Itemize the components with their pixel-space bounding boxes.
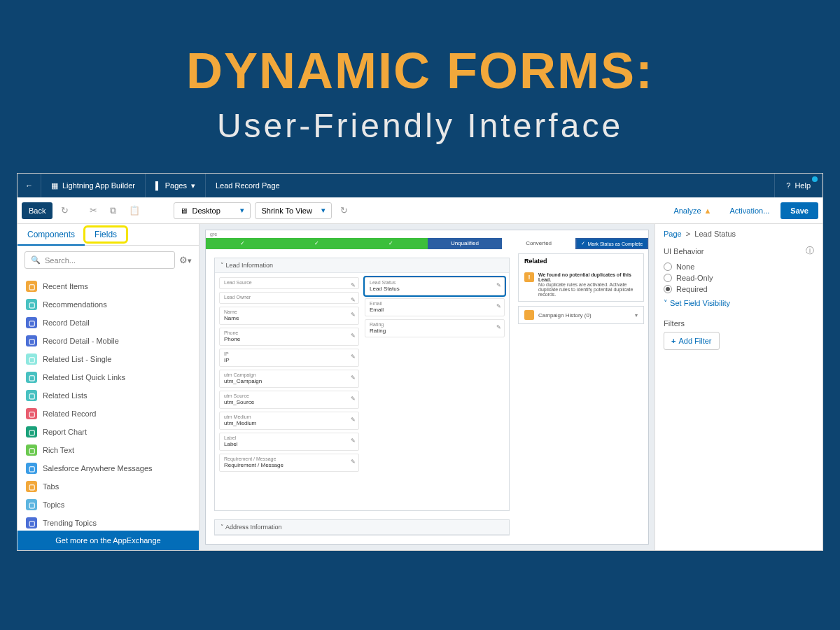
field[interactable]: PhonePhone✎ (219, 328, 359, 346)
field[interactable]: utm Mediumutm_Medium✎ (219, 412, 359, 430)
path-step[interactable]: ✓ (206, 238, 280, 249)
analyze-button[interactable]: Analyze ▲ (666, 202, 718, 219)
cut-icon[interactable]: ✂ (85, 202, 102, 218)
pencil-icon[interactable]: ✎ (351, 282, 356, 288)
paste-icon[interactable]: 📋 (125, 202, 144, 218)
path-step[interactable]: Converted (502, 238, 576, 249)
section-header[interactable]: Lead Information (215, 258, 509, 273)
pencil-icon[interactable]: ✎ (351, 374, 356, 381)
component-item[interactable]: ▢Report Chart (22, 423, 195, 441)
field[interactable]: LabelLabel✎ (219, 433, 359, 451)
component-item[interactable]: ▢Related List - Single (22, 350, 195, 368)
section-header[interactable]: Address Information (215, 520, 509, 535)
help-button[interactable]: ? Help (775, 174, 822, 197)
canvas[interactable]: gre ✓ ✓ ✓ Unqualified Converted ✓ Mark S… (200, 224, 654, 550)
copy-icon[interactable]: ⧉ (106, 202, 120, 219)
pencil-icon[interactable]: ✎ (351, 297, 356, 303)
component-icon: ▢ (26, 281, 37, 292)
field[interactable]: Lead Source✎ (219, 277, 359, 289)
component-icon: ▢ (26, 499, 37, 510)
pages-dropdown[interactable]: ▌ Pages ▾ (146, 174, 206, 197)
field[interactable]: RatingRating✎ (365, 319, 505, 337)
component-item[interactable]: ▢Related List Quick Links (22, 368, 195, 386)
chevron-down-icon[interactable]: ▾ (635, 312, 638, 318)
page-icon: ▌ (155, 181, 161, 190)
refresh-icon[interactable]: ↻ (336, 202, 352, 218)
tab-components[interactable]: Components (18, 224, 85, 245)
field-value: Label (224, 440, 354, 448)
info-icon[interactable]: ⓘ (806, 245, 814, 257)
nav-back-button[interactable]: ← (18, 174, 41, 197)
appexchange-link[interactable]: Get more on the AppExchange (18, 531, 199, 550)
radio-option[interactable]: None (664, 261, 814, 272)
add-filter-label: Add Filter (678, 337, 711, 345)
component-label: Related List Quick Links (43, 373, 125, 382)
related-card[interactable]: Related ! We found no potential duplicat… (518, 253, 644, 302)
pencil-icon[interactable]: ✎ (351, 458, 356, 465)
crumb-page-link[interactable]: Page (664, 230, 682, 238)
redo-icon[interactable]: ↻ (57, 202, 73, 218)
field[interactable]: Requirement / MessageRequirement / Messa… (219, 454, 359, 472)
app-name[interactable]: ▦ Lightning App Builder (41, 174, 146, 197)
save-button[interactable]: Save (780, 202, 818, 219)
component-icon: ▢ (26, 408, 37, 419)
radio-label: Read-Only (676, 274, 713, 282)
campaign-history-card[interactable]: Campaign History (0) ▾ (518, 306, 644, 324)
field-value: utm_Source (224, 398, 354, 406)
gear-icon[interactable]: ⚙▾ (179, 255, 192, 265)
desktop-icon: 🖥 (180, 206, 188, 215)
component-item[interactable]: ▢Record Detail (22, 314, 195, 332)
zoom-select[interactable]: Shrink To View (255, 202, 332, 219)
pencil-icon[interactable]: ✎ (351, 354, 356, 360)
component-list[interactable]: ▢Recent Items▢Recommendations▢Record Det… (18, 274, 199, 531)
pencil-icon[interactable]: ✎ (496, 282, 501, 288)
page-title-label: Lead Record Page (216, 181, 280, 190)
component-item[interactable]: ▢Related Lists (22, 386, 195, 405)
path-step-current[interactable]: Unqualified (428, 238, 502, 249)
path-component[interactable]: ✓ ✓ ✓ Unqualified Converted ✓ Mark Statu… (206, 238, 648, 249)
pencil-icon[interactable]: ✎ (351, 416, 356, 423)
address-section[interactable]: Address Information (214, 519, 510, 536)
pencil-icon[interactable]: ✎ (496, 324, 501, 330)
component-item[interactable]: ▢Related Record (22, 405, 195, 423)
field[interactable]: Lead StatusLead Status✎ (365, 277, 505, 295)
field-label: Lead Owner (224, 295, 354, 300)
lead-info-section[interactable]: Lead Information Lead Source✎Lead Owner✎… (214, 258, 510, 511)
component-label: Recommendations (43, 300, 107, 309)
radio-option[interactable]: Required (664, 284, 814, 295)
field[interactable]: utm Campaignutm_Campaign✎ (219, 370, 359, 388)
search-input[interactable]: 🔍 Search... (24, 251, 175, 269)
field[interactable]: IPIP✎ (219, 349, 359, 367)
component-item[interactable]: ▢Record Detail - Mobile (22, 332, 195, 350)
add-filter-button[interactable]: + Add Filter (664, 332, 720, 350)
set-field-visibility[interactable]: Set Field Visibility (664, 295, 814, 312)
pencil-icon[interactable]: ✎ (496, 303, 501, 309)
component-item[interactable]: ▢Salesforce Anywhere Messages (22, 459, 195, 477)
field-label: utm Campaign (224, 372, 354, 377)
back-button[interactable]: Back (22, 202, 52, 219)
component-item[interactable]: ▢Recommendations (22, 295, 195, 314)
field[interactable]: utm Sourceutm_Source✎ (219, 391, 359, 409)
device-select[interactable]: 🖥 Desktop (174, 202, 251, 219)
radio-icon (664, 285, 672, 293)
field[interactable]: EmailEmail✎ (365, 298, 505, 316)
component-item[interactable]: ▢Recent Items (22, 277, 195, 295)
pencil-icon[interactable]: ✎ (351, 332, 356, 339)
pencil-icon[interactable]: ✎ (351, 438, 356, 444)
tab-fields[interactable]: Fields (85, 224, 127, 245)
field[interactable]: NameName✎ (219, 307, 359, 325)
field[interactable]: Lead Owner✎ (219, 292, 359, 304)
pencil-icon[interactable]: ✎ (351, 396, 356, 402)
mark-complete-button[interactable]: ✓ Mark Status as Complete (577, 239, 647, 248)
component-item[interactable]: ▢Topics (22, 496, 195, 514)
activation-button[interactable]: Activation... (722, 202, 776, 219)
radio-option[interactable]: Read-Only (664, 272, 814, 284)
path-step[interactable]: ✓ (354, 238, 428, 249)
component-item[interactable]: ▢Tabs (22, 477, 195, 496)
field-value: Name (224, 314, 354, 322)
pencil-icon[interactable]: ✎ (351, 312, 356, 318)
component-item[interactable]: ▢Trending Topics (22, 514, 195, 531)
path-step[interactable]: ✓ (280, 238, 354, 249)
component-item[interactable]: ▢Rich Text (22, 441, 195, 459)
duplicates-alert: ! We found no potential duplicates of th… (519, 268, 643, 301)
